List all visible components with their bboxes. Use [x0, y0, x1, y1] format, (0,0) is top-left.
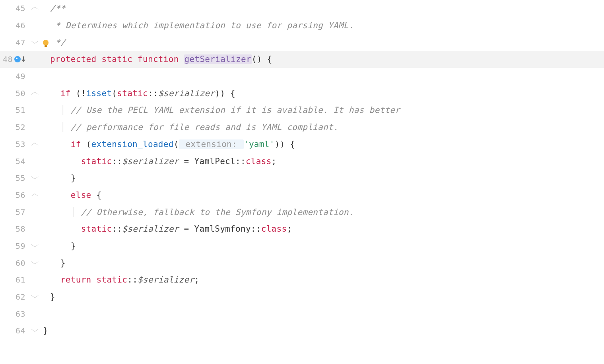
- line-number: 45: [14, 4, 25, 13]
- gutter[interactable]: 46: [0, 21, 28, 30]
- code-line[interactable]: 45 /**: [0, 0, 604, 17]
- code-content[interactable]: [50, 309, 55, 319]
- gutter[interactable]: 51: [0, 105, 28, 115]
- code-content[interactable]: static::$serializer = YamlSymfony::class…: [50, 224, 292, 234]
- gutter[interactable]: 62: [0, 292, 28, 302]
- brace-open: {: [97, 190, 102, 200]
- fold-close-icon[interactable]: [32, 243, 37, 249]
- fold-open-icon[interactable]: [32, 192, 37, 198]
- recursive-call-icon[interactable]: [14, 56, 21, 62]
- fold-open-icon[interactable]: [32, 91, 37, 96]
- code-content[interactable]: */: [50, 38, 66, 47]
- kw-class: class: [246, 157, 272, 166]
- code-content[interactable]: return static::$serializer;: [50, 275, 199, 285]
- gutter[interactable]: 55: [0, 173, 28, 183]
- fold-close-icon[interactable]: [32, 40, 37, 45]
- code-line[interactable]: 54 static::$serializer = YamlPecl::class…: [0, 153, 604, 170]
- code-line[interactable]: 62 }: [0, 288, 604, 306]
- intention-bulb-icon[interactable]: [43, 40, 49, 45]
- code-content[interactable]: if (!isset(static::$serializer)) {: [50, 89, 235, 98]
- override-arrow-icon[interactable]: [21, 56, 25, 62]
- kw-else: else: [71, 190, 91, 200]
- gutter[interactable]: 64: [0, 326, 28, 335]
- code-line[interactable]: 50 if (!isset(static::$serializer)) {: [0, 85, 604, 102]
- code-content[interactable]: }: [50, 173, 76, 183]
- fold-open-icon[interactable]: [32, 141, 37, 147]
- double-colon: ::: [127, 275, 138, 285]
- code-line[interactable]: 55 }: [0, 170, 604, 187]
- fold-column[interactable]: [28, 40, 41, 45]
- gutter[interactable]: 63: [0, 309, 28, 319]
- gutter[interactable]: 52: [0, 122, 28, 132]
- line-number: 61: [14, 275, 25, 285]
- fold-column[interactable]: [28, 260, 41, 266]
- gutter[interactable]: 60: [0, 258, 28, 268]
- code-content[interactable]: │ // Use the PECL YAML extension if it i…: [50, 105, 400, 115]
- gutter[interactable]: 59: [0, 241, 28, 251]
- var-serializer: $serializer: [158, 89, 215, 98]
- code-content[interactable]: [50, 72, 55, 81]
- gutter[interactable]: 54: [0, 157, 28, 166]
- gutter[interactable]: 45: [0, 4, 28, 13]
- gutter[interactable]: 57: [0, 207, 28, 217]
- code-content[interactable]: * Determines which implementation to use…: [50, 21, 354, 30]
- code-content[interactable]: }: [43, 326, 48, 335]
- code-line[interactable]: 51 │ // Use the PECL YAML extension if i…: [0, 102, 604, 119]
- code-content[interactable]: static::$serializer = YamlPecl::class;: [50, 157, 277, 166]
- code-content[interactable]: │ // performance for file reads and is Y…: [50, 122, 338, 132]
- code-content[interactable]: else {: [50, 190, 101, 200]
- code-line[interactable]: 46 * Determines which implementation to …: [0, 17, 604, 34]
- line-number: 55: [14, 173, 25, 183]
- bulb-column[interactable]: [41, 40, 50, 45]
- code-line[interactable]: 60 }: [0, 254, 604, 271]
- fold-close-icon[interactable]: [32, 260, 37, 266]
- code-line[interactable]: 52 │ // performance for file reads and i…: [0, 119, 604, 136]
- code-line[interactable]: 59 }: [0, 238, 604, 255]
- brace-open: {: [230, 89, 235, 98]
- line-number: 57: [14, 207, 25, 217]
- code-line[interactable]: 57 │ // Otherwise, fallback to the Symfo…: [0, 203, 604, 221]
- code-line[interactable]: 58 static::$serializer = YamlSymfony::cl…: [0, 221, 604, 238]
- fold-close-icon[interactable]: [32, 328, 37, 333]
- code-content[interactable]: │ // Otherwise, fallback to the Symfony …: [50, 207, 354, 217]
- fold-column[interactable]: [28, 294, 41, 300]
- code-content[interactable]: protected static function getSerializer(…: [50, 54, 272, 64]
- gutter[interactable]: 58: [0, 224, 28, 234]
- fold-close-icon[interactable]: [32, 294, 37, 300]
- line-number: 58: [14, 224, 25, 234]
- fold-column[interactable]: [28, 328, 41, 333]
- paren-close: ): [280, 139, 285, 149]
- code-content[interactable]: }: [50, 241, 76, 251]
- code-line[interactable]: 47 */: [0, 34, 604, 51]
- fold-column[interactable]: [28, 6, 41, 11]
- fold-column[interactable]: [28, 243, 41, 249]
- fold-close-icon[interactable]: [32, 175, 37, 181]
- fold-open-icon[interactable]: [32, 6, 37, 11]
- code-content[interactable]: }: [50, 258, 66, 268]
- gutter[interactable]: 47: [0, 38, 28, 47]
- code-content[interactable]: /**: [50, 4, 66, 13]
- code-line[interactable]: 61 return static::$serializer;: [0, 271, 604, 288]
- code-line[interactable]: 63: [0, 305, 604, 322]
- gutter[interactable]: 49: [0, 72, 28, 81]
- fold-column[interactable]: [28, 91, 41, 96]
- code-content[interactable]: }: [50, 292, 55, 302]
- code-line[interactable]: 49: [0, 68, 604, 85]
- line-number: 59: [14, 241, 25, 251]
- code-editor[interactable]: 45 /** 46 * Determines which implementat…: [0, 0, 604, 364]
- code-line-current[interactable]: 48 protected static function getSerializ…: [0, 51, 604, 68]
- gutter[interactable]: 53: [0, 139, 28, 149]
- code-content[interactable]: if (extension_loaded( extension: 'yaml')…: [50, 139, 295, 149]
- code-line[interactable]: 56 else {: [0, 187, 604, 204]
- gutter[interactable]: 48: [0, 54, 28, 64]
- fold-column[interactable]: [28, 192, 41, 198]
- gutter[interactable]: 61: [0, 275, 28, 285]
- gutter[interactable]: 56: [0, 190, 28, 200]
- code-line[interactable]: 64 }: [0, 322, 604, 339]
- fold-column[interactable]: [28, 175, 41, 181]
- gutter[interactable]: 50: [0, 89, 28, 98]
- line-number: 51: [14, 105, 25, 115]
- code-line[interactable]: 53 if (extension_loaded( extension: 'yam…: [0, 136, 604, 153]
- class-ref: YamlPecl: [194, 157, 235, 166]
- fold-column[interactable]: [28, 141, 41, 147]
